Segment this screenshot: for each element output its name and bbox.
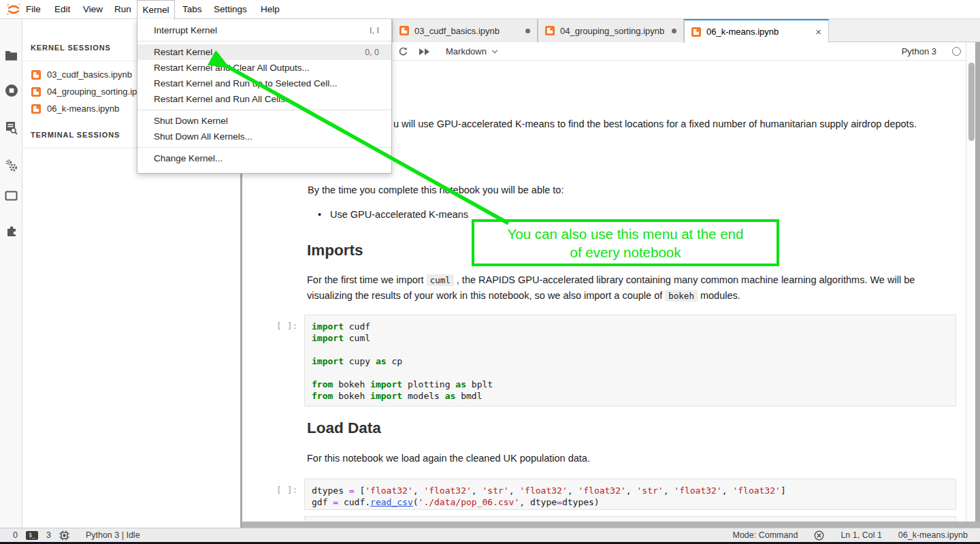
cell-prompt: [ ]: [276,485,297,495]
shortcut-restart: 0, 0 [365,48,379,57]
cell-prompt: [ ]: [276,321,297,331]
status-bar-right: Mode: Command Ln 1, Col 1 06_k-means.ipy… [733,530,980,541]
command-palette-icon[interactable] [0,116,22,140]
cell-type-dropdown[interactable]: Markdown [446,42,497,61]
cursor-position[interactable]: Ln 1, Col 1 [840,530,881,540]
status-bar: 0 $_ 3 Python 3 | Idle Mode: Command Ln … [0,528,980,542]
menu-item-restart-run-up-to-cell[interactable]: Restart Kernel and Run up to Selected Ce… [137,76,391,91]
menu-view[interactable]: View [79,0,107,19]
notebook-file-icon [31,104,41,114]
vertical-scrollbar-track[interactable] [966,42,975,522]
mode-indicator[interactable]: Mode: Command [733,530,798,540]
menu-run[interactable]: Run [110,0,135,19]
jupyter-logo-icon [6,2,21,20]
inline-code-cuml: cuml [427,274,454,286]
menu-item-restart-clear-outputs[interactable]: Restart Kernel and Clear All Outputs... [137,60,391,76]
restart-kernel-icon[interactable] [397,42,408,61]
load-data-heading: Load Data [307,419,381,437]
status-bar-left: 0 $_ 3 Python 3 | Idle [0,530,140,541]
kernel-status-idle-icon[interactable] [952,47,961,56]
notebook-file-icon [399,26,409,35]
bullet-marker: • [318,209,327,220]
code-cell-partial[interactable]: gdf [304,516,956,522]
menu-separator [137,147,391,148]
notebook-file-icon [31,87,41,97]
menu-item-restart-run-all[interactable]: Restart Kernel and Run All Cells... [137,91,391,107]
imports-paragraph-line1: For the first time we import cuml , the … [307,274,915,285]
imports-paragraph-line2: visualizing the results of your work in … [307,290,740,301]
menu-item-shut-down-all-kernels[interactable]: Shut Down All Kernels... [137,129,391,144]
kernel-cpu-icon[interactable] [59,530,69,541]
shortcut-interrupt: I, I [370,26,379,35]
running-sessions-icon[interactable] [0,79,22,102]
restart-and-run-all-icon[interactable] [419,42,430,61]
menu-item-restart-kernel[interactable]: Restart Kernel... 0, 0 [137,44,391,60]
inline-code-bokeh: bokeh [665,290,698,302]
active-filename: 06_k-means.ipynb [898,530,968,540]
notebook-file-icon [545,26,555,35]
property-inspector-gears-icon[interactable] [0,154,22,177]
menu-separator [137,41,391,42]
notebook-file-icon [691,27,701,37]
kernel-name-label[interactable]: Python 3 [902,42,936,61]
terminals-count[interactable]: 0 [13,530,18,540]
menu-tabs[interactable]: Tabs [178,0,206,19]
tab-04-grouping-sorting[interactable]: 04_grouping_sorting.ipynb [538,19,684,42]
unsaved-changes-dot [525,29,530,33]
menu-item-interrupt-kernel[interactable]: Interrupt Kernel I, I [137,22,391,38]
code-cell-load-data[interactable]: dtypes = ['float32', 'float32', 'str', '… [304,479,956,510]
chevron-down-icon [492,48,497,53]
objectives-intro: By the time you complete this notebook y… [308,185,564,195]
menu-help[interactable]: Help [257,0,284,19]
kernels-count[interactable]: 3 [46,530,51,540]
menubar: File Edit View Run Kernel Tabs Settings … [0,0,980,19]
extensions-puzzle-icon[interactable] [0,219,22,242]
menu-item-shut-down-kernel[interactable]: Shut Down Kernel [137,113,391,129]
imports-heading: Imports [307,242,363,259]
unsaved-changes-dot [672,29,676,33]
code-cell-imports[interactable]: import cudfimport cuml import cupy as cp… [304,315,956,406]
tab-06-k-means[interactable]: 06_k-means.ipynb × [684,19,829,43]
menu-edit[interactable]: Edit [50,0,74,19]
menu-item-change-kernel[interactable]: Change Kernel... [137,150,391,166]
sidebar-icon-strip [0,19,22,528]
objective-bullet-item: • Use GPU-accelerated K-means [318,209,468,220]
right-gutter [975,42,980,522]
menu-settings[interactable]: Settings [210,0,251,19]
terminal-icon[interactable]: $_ [26,531,38,540]
close-tab-icon[interactable]: × [815,27,821,37]
open-tabs-icon[interactable] [0,184,22,207]
menu-file[interactable]: File [22,0,45,19]
menu-separator [137,110,391,110]
notebook-file-icon [31,70,41,80]
load-data-paragraph: For this notebook we load again the clea… [307,453,590,464]
horizontal-scrollbar[interactable] [242,522,980,528]
kernel-menu-dropdown: Interrupt Kernel I, I Restart Kernel... … [137,19,392,174]
files-icon[interactable] [0,44,22,67]
intro-paragraph-fragment: u will use GPU-accelerated K-means to fi… [393,118,917,129]
menu-kernel[interactable]: Kernel [137,0,175,20]
vertical-scrollbar-thumb[interactable] [968,63,975,141]
tab-03-cudf-basics[interactable]: 03_cudf_basics.ipynb [392,19,538,42]
notebook-trust-icon[interactable] [814,530,824,541]
kernel-status-text[interactable]: Python 3 | Idle [86,530,140,540]
